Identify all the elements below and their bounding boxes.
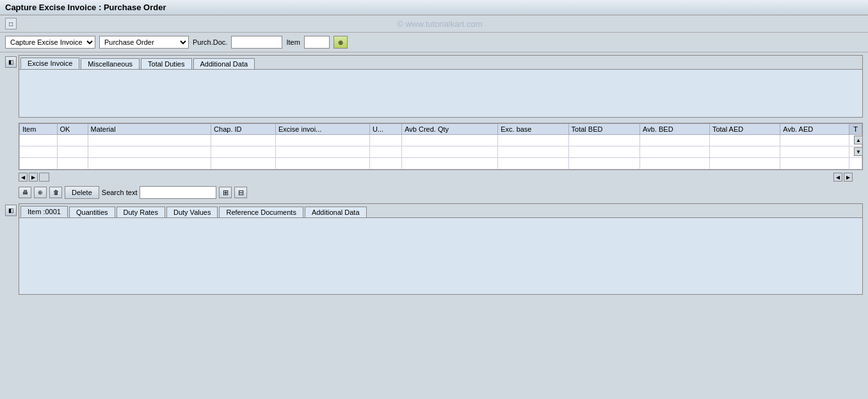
hscroll-end-right[interactable]: ▶ (844, 173, 853, 182)
cell[interactable] (568, 135, 640, 146)
cell[interactable] (211, 158, 276, 169)
cell[interactable] (369, 158, 401, 169)
col-totalbed: Total BED (568, 124, 640, 135)
table-row (20, 158, 862, 169)
col-totalaed: Total AED (709, 124, 780, 135)
search-text-label: Search text (102, 189, 138, 196)
cell[interactable] (57, 135, 88, 146)
print-btn[interactable]: 🖶 (19, 187, 31, 198)
cell[interactable] (276, 135, 370, 146)
cell[interactable] (568, 158, 640, 169)
cell[interactable] (88, 135, 211, 146)
col-avbbed: Avb. BED (640, 124, 710, 135)
cell[interactable] (709, 158, 780, 169)
cell[interactable] (780, 135, 849, 146)
toolbar-doc-icon[interactable]: □ (5, 18, 17, 29)
cell (849, 158, 862, 169)
search-input[interactable] (140, 186, 216, 199)
cell[interactable] (211, 135, 276, 146)
item-label: Item (286, 38, 300, 46)
item-nav-icon[interactable]: ⊕ (334, 36, 348, 49)
cell[interactable] (57, 158, 88, 169)
lower-tab-content (19, 217, 862, 294)
order-select[interactable]: Purchase Order Scheduling Agreement (99, 36, 189, 49)
cell[interactable] (20, 146, 58, 158)
col-u: U... (369, 124, 401, 135)
cell[interactable] (498, 158, 568, 169)
search-icon-1[interactable]: ⊞ (219, 187, 232, 198)
item-input[interactable] (304, 36, 330, 49)
col-material: Material (88, 124, 211, 135)
delete-button[interactable]: Delete (65, 186, 99, 199)
data-table: Item OK Material Chap. ID Excise invoi..… (19, 123, 862, 169)
cell[interactable] (780, 158, 849, 169)
lower-tab-4[interactable]: Reference Documents (219, 207, 303, 217)
hscroll-thumb[interactable] (39, 173, 49, 182)
upper-tab-3[interactable]: Additional Data (193, 58, 255, 69)
cell[interactable] (57, 146, 88, 158)
action-select[interactable]: Capture Excise Invoice Post Excise Invoi… (5, 36, 95, 49)
cell[interactable] (568, 146, 640, 158)
col-avbaed: Avb. AED (780, 124, 849, 135)
hscroll-left-icon[interactable]: ◀ (19, 173, 28, 182)
lower-tab-5[interactable]: Additional Data (305, 207, 367, 217)
lower-section-icon[interactable]: ◧ (5, 205, 17, 216)
col-excbase: Exc. base (498, 124, 568, 135)
title-bar: Capture Excise Invoice : Purchase Order (0, 0, 868, 15)
table-scrollbar-area: ◀ ▶ ◀ ▶ (19, 171, 863, 183)
cell[interactable] (88, 158, 211, 169)
hscroll-controls: ◀ ▶ (19, 173, 49, 182)
upper-tab-1[interactable]: Miscellaneous (81, 58, 140, 69)
cell[interactable] (498, 146, 568, 158)
cell[interactable] (780, 146, 849, 158)
trash-icon[interactable]: 🗑 (49, 187, 62, 198)
search-icon-2[interactable]: ⊟ (234, 187, 247, 198)
bottom-toolbar: 🖶 ⊕ 🗑 Delete Search text ⊞ ⊟ (5, 184, 863, 201)
cell[interactable] (640, 146, 710, 158)
table-row (20, 135, 862, 146)
main-content: ◧ Excise Invoice Miscellaneous Total Dut… (0, 52, 868, 300)
upper-section-icon[interactable]: ◧ (5, 56, 17, 68)
cell[interactable] (369, 135, 401, 146)
cell[interactable] (20, 135, 58, 146)
upper-section: ◧ Excise Invoice Miscellaneous Total Dut… (5, 55, 863, 118)
col-t: T (849, 124, 862, 135)
lower-tab-2[interactable]: Duty Rates (117, 207, 165, 217)
vscroll-up-icon[interactable]: ▲ (854, 136, 863, 145)
toolbar: □ © www.tutorialkart.com (0, 15, 868, 33)
table-row (20, 146, 862, 158)
lower-tab-1[interactable]: Quantities (69, 207, 115, 217)
lower-tab-3[interactable]: Duty Values (166, 207, 218, 217)
purch-doc-input[interactable] (231, 36, 282, 49)
cell[interactable] (276, 146, 370, 158)
vscroll-down-icon[interactable]: ▼ (854, 147, 863, 156)
lower-section: ◧ Item :0001 Quantities Duty Rates Duty … (5, 203, 863, 295)
cell[interactable] (402, 158, 498, 169)
cell[interactable] (211, 146, 276, 158)
cell[interactable] (276, 158, 370, 169)
lower-tab-panel: Item :0001 Quantities Duty Rates Duty Va… (19, 203, 863, 295)
cell[interactable] (369, 146, 401, 158)
cell[interactable] (709, 135, 780, 146)
cell[interactable] (709, 146, 780, 158)
cell[interactable] (20, 158, 58, 169)
upper-tab-0[interactable]: Excise Invoice (20, 58, 79, 69)
cell[interactable] (402, 146, 498, 158)
col-chapid: Chap. ID (211, 124, 276, 135)
copy-btn[interactable]: ⊕ (34, 187, 47, 198)
cell[interactable] (640, 135, 710, 146)
table-wrapper: Item OK Material Chap. ID Excise invoi..… (19, 123, 863, 170)
cell[interactable] (498, 135, 568, 146)
hscroll-right-icon[interactable]: ▶ (29, 173, 38, 182)
lower-tab-bar: Item :0001 Quantities Duty Rates Duty Va… (19, 204, 862, 217)
upper-tab-2[interactable]: Total Duties (141, 58, 191, 69)
cell[interactable] (402, 135, 498, 146)
col-avbcredqty: Avb Cred. Qty (402, 124, 498, 135)
col-item: Item (20, 124, 58, 135)
cell[interactable] (88, 146, 211, 158)
cell[interactable] (640, 158, 710, 169)
upper-tab-bar: Excise Invoice Miscellaneous Total Dutie… (19, 56, 862, 69)
app-title: Capture Excise Invoice : Purchase Order (5, 3, 166, 12)
hscroll-end-left[interactable]: ◀ (833, 173, 842, 182)
lower-tab-0[interactable]: Item :0001 (20, 206, 68, 217)
